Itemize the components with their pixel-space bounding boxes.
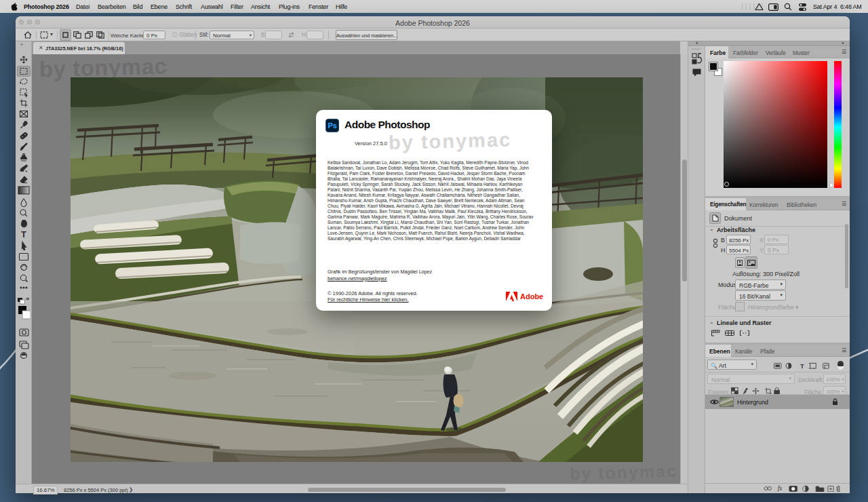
svg-text:T: T [21, 229, 26, 239]
svg-text:fx: fx [778, 485, 783, 492]
svg-text:T: T [800, 362, 804, 370]
